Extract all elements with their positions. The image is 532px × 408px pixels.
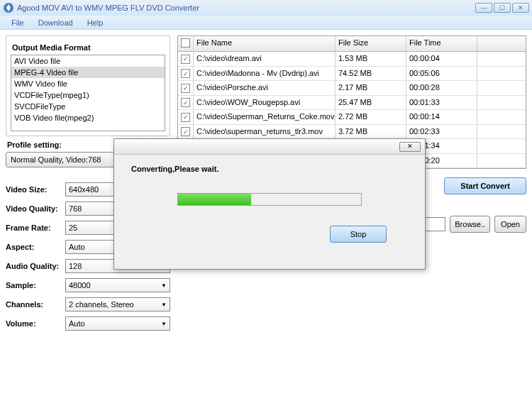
output-format-label: Output Media Format — [12, 43, 165, 52]
volume-combo[interactable]: Auto▼ — [65, 316, 170, 331]
videoQuality-label: Video Quality: — [6, 204, 62, 213]
col-filetime[interactable]: File Time — [406, 36, 477, 51]
chevron-down-icon: ▼ — [161, 302, 167, 308]
table-row[interactable]: ✓C:\video\Porsche.avi2.17 MB00:00:28 — [178, 81, 526, 96]
cell-filename: C:\video\Superman_Returns_Coke.mov — [194, 110, 336, 124]
cell-filename: C:\video\superman_returns_tlr3.mov — [194, 125, 336, 139]
progress-bar — [177, 193, 362, 206]
row-checkbox[interactable]: ✓ — [181, 127, 190, 136]
menu-download[interactable]: Download — [31, 17, 80, 28]
frameRate-label: Frame Rate: — [6, 224, 62, 232]
cell-filename: C:\video\WOW_Rougepsp.avi — [194, 96, 336, 110]
row-checkbox[interactable]: ✓ — [181, 84, 190, 93]
maximize-button[interactable]: ☐ — [494, 3, 511, 13]
table-row[interactable]: ✓C:\video\WOW_Rougepsp.avi25.47 MB00:01:… — [178, 96, 526, 111]
audioQuality-label: Audio Quality: — [6, 262, 62, 270]
cell-filesize: 2.17 MB — [336, 81, 406, 95]
cell-filesize: 3.72 MB — [336, 125, 406, 139]
row-checkbox[interactable]: ✓ — [181, 69, 190, 78]
menu-file[interactable]: File — [4, 17, 31, 28]
table-row[interactable]: ✓C:\video\Madonna - Mv (Dvdrip).avi74.52… — [178, 67, 526, 82]
output-format-list[interactable]: AVI Video fileMPEG-4 Video fileWMV Video… — [11, 55, 165, 131]
sample-label: Sample: — [6, 281, 62, 290]
stop-button[interactable]: Stop — [330, 226, 387, 243]
menu-help[interactable]: Help — [80, 17, 111, 28]
chevron-down-icon: ▼ — [161, 321, 167, 327]
converting-dialog: ✕ Converting,Please wait. Stop — [113, 138, 426, 270]
table-row[interactable]: ✓C:\video\superman_returns_tlr3.mov3.72 … — [178, 125, 526, 140]
format-item[interactable]: AVI Video file — [11, 55, 165, 67]
cell-filename: C:\video\Porsche.avi — [194, 81, 336, 95]
format-item[interactable]: WMV Video file — [11, 78, 165, 89]
format-item[interactable]: VOB Video file(mpeg2) — [11, 112, 165, 123]
format-item[interactable]: VCDFileType(mpeg1) — [11, 89, 165, 101]
col-filesize[interactable]: File Size — [336, 36, 406, 51]
titlebar: Agood MOV AVI to WMV MPEG FLV DVD Conver… — [0, 0, 532, 16]
cell-filename: C:\video\Madonna - Mv (Dvdrip).avi — [194, 67, 336, 81]
volume-label: Volume: — [6, 319, 62, 328]
cell-filetime: 00:00:04 — [406, 52, 477, 66]
start-convert-button[interactable]: Start Convert — [444, 177, 526, 194]
browse-button[interactable]: Browse.. — [450, 216, 490, 233]
channels-combo[interactable]: 2 channels, Stereo▼ — [65, 297, 170, 311]
cell-filesize: 74.52 MB — [336, 67, 406, 81]
format-item[interactable]: SVCDFileType — [11, 101, 165, 112]
cell-filetime: 00:01:33 — [406, 96, 477, 110]
cell-filetime: 00:00:28 — [406, 81, 477, 95]
cell-filetime: 00:05:06 — [406, 67, 477, 81]
row-checkbox[interactable]: ✓ — [181, 113, 190, 122]
table-row[interactable]: ✓C:\video\dream.avi1.53 MB00:00:04 — [178, 52, 526, 67]
format-item[interactable]: MPEG-4 Video file — [11, 67, 165, 78]
cell-filesize: 1.53 MB — [336, 52, 406, 66]
window-title: Agood MOV AVI to WMV MPEG FLV DVD Conver… — [17, 4, 475, 12]
sample-combo[interactable]: 48000▼ — [65, 278, 170, 292]
cell-filetime: 00:02:33 — [406, 125, 477, 139]
table-row[interactable]: ✓C:\video\Superman_Returns_Coke.mov2.72 … — [178, 110, 526, 125]
chevron-down-icon: ▼ — [161, 282, 167, 289]
channels-label: Channels: — [6, 300, 62, 309]
cell-filesize: 2.72 MB — [336, 110, 406, 124]
aspect-label: Aspect: — [6, 243, 62, 251]
menubar: File Download Help — [0, 16, 532, 30]
cell-filetime: 00:00:14 — [406, 110, 477, 124]
close-button[interactable]: ✕ — [512, 3, 529, 13]
app-icon — [3, 2, 14, 13]
col-filename[interactable]: File Name — [194, 36, 336, 51]
cell-filesize: 25.47 MB — [336, 96, 406, 110]
row-checkbox[interactable]: ✓ — [181, 55, 190, 64]
row-checkbox[interactable]: ✓ — [181, 98, 190, 107]
col-check[interactable] — [178, 36, 194, 51]
videoSize-label: Video Size: — [6, 185, 62, 194]
dialog-message: Converting,Please wait. — [131, 165, 408, 173]
cell-filename: C:\video\dream.avi — [194, 52, 336, 66]
open-button[interactable]: Open — [494, 216, 526, 233]
minimize-button[interactable]: — — [475, 3, 492, 13]
dialog-close-button[interactable]: ✕ — [399, 142, 421, 152]
